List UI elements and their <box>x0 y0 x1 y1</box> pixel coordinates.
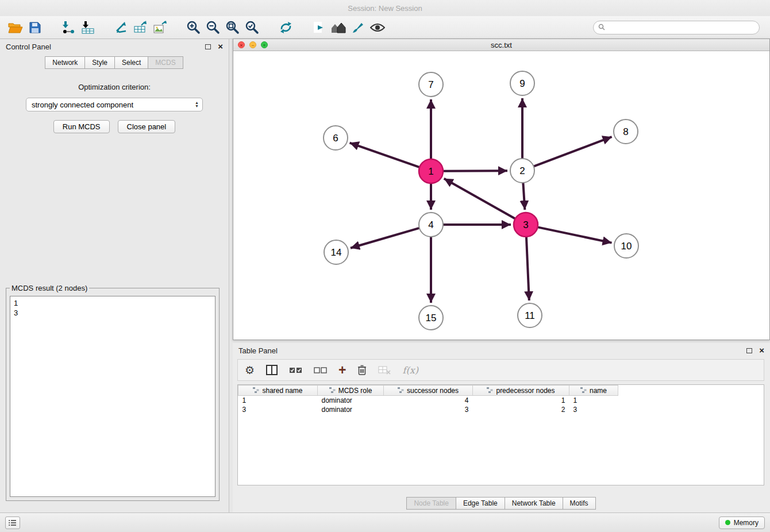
graph-node-3[interactable]: 3 <box>514 213 538 237</box>
mcds-result-value: 3 <box>14 308 211 318</box>
table-settings-gear-icon[interactable]: ⚙ <box>245 365 255 376</box>
export-image-icon[interactable] <box>151 18 170 37</box>
float-panel-icon[interactable] <box>205 44 211 49</box>
graph-node-10[interactable]: 10 <box>614 234 638 258</box>
show-hide-eye-icon[interactable] <box>368 18 387 37</box>
task-history-button[interactable] <box>5 516 20 529</box>
zoom-fit-icon[interactable] <box>223 18 242 37</box>
graph-node-1[interactable]: 1 <box>419 159 443 183</box>
application-window: Session: New Session <box>0 0 770 532</box>
add-column-icon[interactable]: + <box>338 364 346 376</box>
tab-network[interactable]: Network <box>45 56 85 69</box>
tab-mcds[interactable]: MCDS <box>148 56 183 69</box>
network-window-title: scc.txt <box>491 41 512 49</box>
table-row[interactable]: 3dominator323 <box>238 405 618 414</box>
annotation-document-icon[interactable] <box>309 18 329 37</box>
zoom-in-icon[interactable] <box>184 18 203 37</box>
close-window-icon[interactable]: × <box>238 41 245 48</box>
import-network-icon[interactable] <box>59 18 78 37</box>
graph-node-label: 8 <box>623 126 628 137</box>
column-header-predecessor-nodes[interactable]: predecessor nodes <box>473 385 569 396</box>
graph-edge-3-1[interactable] <box>444 179 515 219</box>
graph-edge-3-10[interactable] <box>538 227 612 242</box>
tab-edge-table[interactable]: Edge Table <box>456 497 505 510</box>
control-panel-header: Control Panel × <box>0 39 229 54</box>
graph-node-11[interactable]: 11 <box>518 303 542 327</box>
deselect-all-rows-icon[interactable] <box>314 367 327 374</box>
graph-edge-3-11[interactable] <box>526 237 529 300</box>
graph-edge-2-8[interactable] <box>534 137 612 166</box>
table-cell[interactable]: 4 <box>384 396 473 405</box>
network-window-titlebar[interactable]: × − + scc.txt <box>233 39 769 51</box>
tab-motifs[interactable]: Motifs <box>563 497 596 510</box>
float-table-panel-icon[interactable] <box>746 348 752 353</box>
table-cell[interactable]: 1 <box>473 396 569 405</box>
table-cell[interactable]: dominator <box>318 396 384 405</box>
graph-node-2[interactable]: 2 <box>510 159 534 183</box>
column-header-successor-nodes[interactable]: successor nodes <box>384 385 473 396</box>
minimize-window-icon[interactable]: − <box>249 41 256 48</box>
run-mcds-button[interactable]: Run MCDS <box>53 120 110 133</box>
sort-column-icon <box>253 387 259 395</box>
graph-node-15[interactable]: 15 <box>419 306 443 330</box>
table-cell[interactable]: 3 <box>569 405 618 414</box>
tab-style[interactable]: Style <box>84 56 115 69</box>
graph-node-7[interactable]: 7 <box>419 72 443 97</box>
delete-table-icon <box>378 366 391 375</box>
graph-node-8[interactable]: 8 <box>614 119 638 144</box>
memory-button-label: Memory <box>734 519 759 527</box>
table-cell[interactable]: 1 <box>569 396 618 405</box>
column-header-shared-name[interactable]: shared name <box>238 385 318 396</box>
search-box[interactable] <box>593 21 760 34</box>
style-brush-icon[interactable] <box>348 18 368 37</box>
graph-node-label: 3 <box>523 219 528 230</box>
table-cell[interactable]: 3 <box>384 405 473 414</box>
network-view-window: × − + scc.txt 7968124314101511 <box>233 38 770 340</box>
table-cell[interactable]: 1 <box>238 396 318 405</box>
graph-edge-2-3[interactable] <box>523 183 525 210</box>
memory-button[interactable]: Memory <box>719 516 765 529</box>
network-canvas[interactable]: 7968124314101511 <box>233 51 769 340</box>
table-cell[interactable]: dominator <box>318 405 384 414</box>
graph-node-4[interactable]: 4 <box>419 213 443 237</box>
table-row[interactable]: 1dominator411 <box>238 396 618 405</box>
show-columns-icon[interactable] <box>266 365 278 375</box>
graph-edge-1-2[interactable] <box>443 171 507 171</box>
table-panel-header: Table Panel × <box>233 343 770 358</box>
optimization-criterion-select[interactable]: strongly connected component ▲▼ <box>26 98 203 111</box>
sort-column-icon <box>487 387 493 395</box>
close-panel-icon[interactable]: × <box>218 43 223 51</box>
zoom-selected-icon[interactable] <box>242 18 262 37</box>
column-header-label: MCDS role <box>338 387 372 395</box>
graph-edge-4-14[interactable] <box>351 228 419 248</box>
mcds-result-box[interactable]: 13 <box>10 296 215 497</box>
column-header-name[interactable]: name <box>569 385 618 396</box>
node-table-container[interactable]: shared nameMCDS rolesuccessor nodesprede… <box>237 384 764 485</box>
maximize-window-icon[interactable]: + <box>261 41 268 48</box>
export-table-icon[interactable] <box>131 18 151 37</box>
new-network-icon[interactable] <box>111 18 131 37</box>
graph-node-9[interactable]: 9 <box>510 71 534 95</box>
search-input[interactable] <box>609 24 754 32</box>
tab-select[interactable]: Select <box>114 56 148 69</box>
tab-node-table[interactable]: Node Table <box>406 497 456 510</box>
control-panel-title: Control Panel <box>6 43 51 51</box>
save-session-icon[interactable] <box>25 18 45 37</box>
column-header-mcds-role[interactable]: MCDS role <box>318 385 384 396</box>
open-session-folder-icon[interactable] <box>6 18 25 37</box>
table-cell[interactable]: 2 <box>473 405 569 414</box>
home-network-icon[interactable] <box>329 18 348 37</box>
graph-edge-1-6[interactable] <box>350 143 420 167</box>
graph-node-6[interactable]: 6 <box>324 126 348 150</box>
import-table-icon[interactable] <box>78 18 98 37</box>
tab-network-table[interactable]: Network Table <box>505 497 563 510</box>
refresh-icon[interactable] <box>276 18 295 37</box>
close-panel-button[interactable]: Close panel <box>118 120 176 133</box>
table-panel-title: Table Panel <box>238 346 278 355</box>
zoom-out-icon[interactable] <box>203 18 223 37</box>
table-cell[interactable]: 3 <box>238 405 318 414</box>
delete-column-trash-icon[interactable] <box>357 364 367 376</box>
graph-node-14[interactable]: 14 <box>324 240 348 264</box>
select-all-rows-icon[interactable] <box>289 367 302 374</box>
close-table-panel-icon[interactable]: × <box>759 346 764 354</box>
